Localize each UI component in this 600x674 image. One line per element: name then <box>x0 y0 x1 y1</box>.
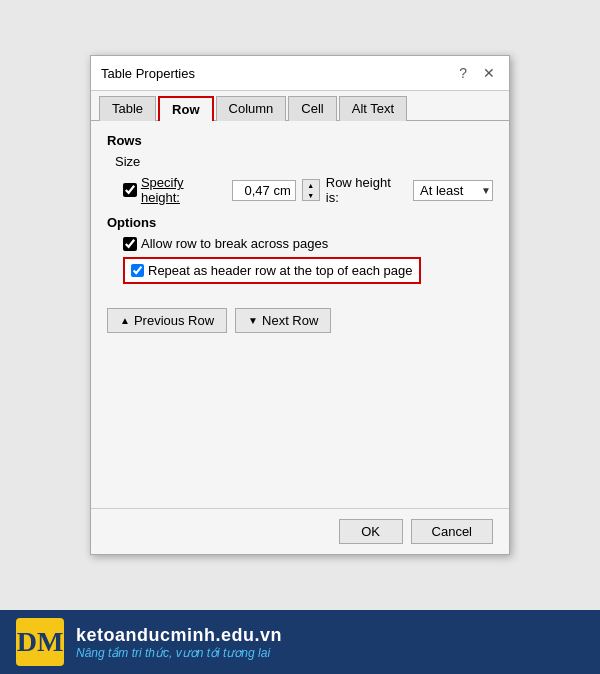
spinner-up-button[interactable]: ▲ <box>303 180 319 190</box>
prev-row-arrow-icon: ▲ <box>120 315 130 326</box>
tab-cell[interactable]: Cell <box>288 96 336 121</box>
rows-section-label: Rows <box>107 133 493 148</box>
specify-height-row: Specify height: ▲ ▼ Row height is: At le… <box>123 175 493 205</box>
height-value-input[interactable] <box>232 180 296 201</box>
cancel-button[interactable]: Cancel <box>411 519 493 544</box>
banner-text-area: ketoanducminh.edu.vn Nâng tầm tri thức, … <box>76 625 282 660</box>
repeat-header-highlighted-row: Repeat as header row at the top of each … <box>123 257 421 284</box>
ok-button[interactable]: OK <box>339 519 403 544</box>
dialog-content: Rows Size Specify height: ▲ ▼ Row height… <box>91 121 509 508</box>
repeat-header-text: Repeat as header row at the top of each … <box>148 263 413 278</box>
row-height-dropdown-container: At least Exactly ▼ <box>413 180 493 201</box>
previous-row-button[interactable]: ▲ Previous Row <box>107 308 227 333</box>
allow-break-row: Allow row to break across pages <box>123 236 493 251</box>
specify-height-label[interactable]: Specify height: <box>123 175 226 205</box>
options-label: Options <box>107 215 493 230</box>
tab-row[interactable]: Row <box>158 96 213 121</box>
banner-logo: DM <box>16 618 64 666</box>
help-button[interactable]: ? <box>455 64 471 82</box>
height-spinner: ▲ ▼ <box>302 179 320 201</box>
row-height-dropdown[interactable]: At least Exactly <box>413 180 493 201</box>
tab-table[interactable]: Table <box>99 96 156 121</box>
previous-row-label: Previous Row <box>134 313 214 328</box>
dialog-footer: OK Cancel <box>91 508 509 554</box>
repeat-header-checkbox[interactable] <box>131 264 144 277</box>
spinner-down-button[interactable]: ▼ <box>303 190 319 200</box>
allow-break-text: Allow row to break across pages <box>141 236 328 251</box>
size-label: Size <box>115 154 493 169</box>
bottom-banner: DM ketoanducminh.edu.vn Nâng tầm tri thứ… <box>0 610 600 674</box>
tab-bar: Table Row Column Cell Alt Text <box>91 91 509 121</box>
next-row-label: Next Row <box>262 313 318 328</box>
next-row-button[interactable]: ▼ Next Row <box>235 308 331 333</box>
options-section: Options Allow row to break across pages … <box>107 215 493 292</box>
allow-break-label[interactable]: Allow row to break across pages <box>123 236 328 251</box>
tab-alt-text[interactable]: Alt Text <box>339 96 407 121</box>
specify-height-checkbox[interactable] <box>123 183 137 197</box>
banner-slogan: Nâng tầm tri thức, vươn tới tương lai <box>76 646 282 660</box>
tab-column[interactable]: Column <box>216 96 287 121</box>
row-height-is-label: Row height is: <box>326 175 407 205</box>
dialog-title: Table Properties <box>101 66 195 81</box>
allow-break-checkbox[interactable] <box>123 237 137 251</box>
table-properties-dialog: Table Properties ? ✕ Table Row Column Ce… <box>90 55 510 555</box>
banner-domain: ketoanducminh.edu.vn <box>76 625 282 646</box>
specify-height-text: Specify height: <box>141 175 226 205</box>
banner-logo-text: DM <box>17 626 64 658</box>
close-button[interactable]: ✕ <box>479 64 499 82</box>
title-bar: Table Properties ? ✕ <box>91 56 509 91</box>
navigation-buttons: ▲ Previous Row ▼ Next Row <box>107 308 493 333</box>
next-row-arrow-icon: ▼ <box>248 315 258 326</box>
